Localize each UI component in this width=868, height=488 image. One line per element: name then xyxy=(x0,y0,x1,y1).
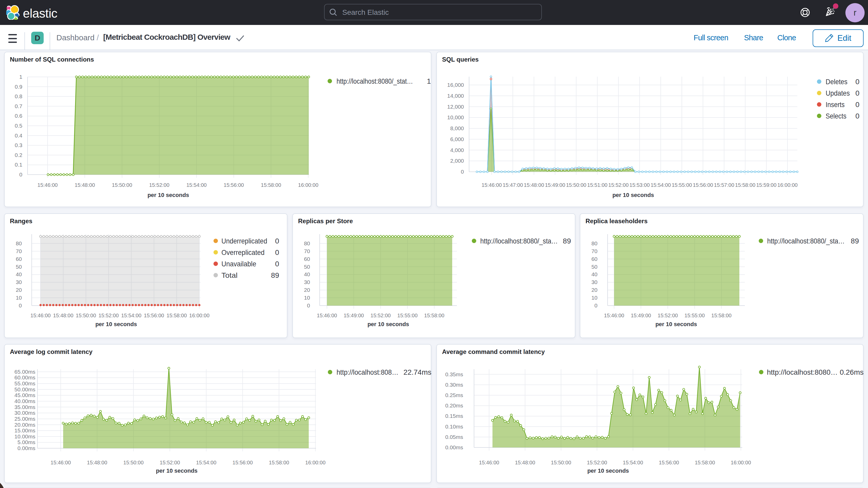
svg-text:15:52:00: 15:52:00 xyxy=(160,459,180,465)
svg-text:0.26ms: 0.26ms xyxy=(840,368,864,376)
svg-text:per 10 seconds: per 10 seconds xyxy=(147,192,189,198)
svg-text:8,000: 8,000 xyxy=(450,125,464,131)
svg-text:15:50:00: 15:50:00 xyxy=(112,182,132,188)
svg-text:60: 60 xyxy=(304,256,310,262)
svg-text:0.00ms: 0.00ms xyxy=(445,444,463,450)
svg-text:0.6: 0.6 xyxy=(15,113,22,119)
svg-text:0: 0 xyxy=(594,302,597,308)
svg-text:15:58:00: 15:58:00 xyxy=(695,459,715,465)
svg-text:15:52:00: 15:52:00 xyxy=(587,459,607,465)
svg-text:15:58:00: 15:58:00 xyxy=(261,182,281,188)
svg-text:0.4: 0.4 xyxy=(15,132,23,139)
svg-text:60.00ms: 60.00ms xyxy=(14,374,35,380)
svg-text:15:46:00: 15:46:00 xyxy=(51,459,71,465)
svg-text:0.05ms: 0.05ms xyxy=(445,434,463,440)
svg-text:15:52:00: 15:52:00 xyxy=(371,312,391,318)
svg-text:15.00ms: 15.00ms xyxy=(14,427,35,433)
svg-text:10,000: 10,000 xyxy=(447,114,464,120)
svg-text:10: 10 xyxy=(591,295,597,301)
svg-text:16:00:00: 16:00:00 xyxy=(777,182,798,188)
svg-text:15:53:00: 15:53:00 xyxy=(629,182,650,188)
svg-text:Inserts: Inserts xyxy=(826,100,845,109)
svg-text:SQL queries: SQL queries xyxy=(442,56,479,63)
svg-text:10: 10 xyxy=(304,295,310,301)
svg-text:Replica leaseholders: Replica leaseholders xyxy=(586,217,648,224)
svg-text:80: 80 xyxy=(304,240,310,246)
svg-text:0.25ms: 0.25ms xyxy=(445,392,463,398)
svg-text:0.3: 0.3 xyxy=(15,142,22,148)
svg-text:14,000: 14,000 xyxy=(447,93,464,99)
svg-text:16:00:00: 16:00:00 xyxy=(305,459,326,465)
svg-text:15:59:00: 15:59:00 xyxy=(756,182,777,188)
svg-text:15:58:00: 15:58:00 xyxy=(735,182,755,188)
svg-text:15:47:00: 15:47:00 xyxy=(503,182,523,188)
svg-text:50: 50 xyxy=(304,264,310,270)
svg-text:http://localhost:8080/_sta…: http://localhost:8080/_sta… xyxy=(480,237,558,245)
svg-text:http://localhost:8080/_sta…: http://localhost:8080/_sta… xyxy=(767,237,845,245)
svg-text:15:58:00: 15:58:00 xyxy=(166,312,187,318)
svg-text:30.00ms: 30.00ms xyxy=(14,410,35,416)
svg-text:15:57:00: 15:57:00 xyxy=(714,182,734,188)
svg-text:0: 0 xyxy=(307,302,310,308)
svg-text:http://localhost:808…: http://localhost:808… xyxy=(337,368,398,376)
svg-text:0.9: 0.9 xyxy=(15,84,22,90)
svg-text:0: 0 xyxy=(855,78,860,86)
svg-text:16,000: 16,000 xyxy=(447,82,464,88)
svg-text:15:52:00: 15:52:00 xyxy=(149,182,169,188)
svg-text:0.2: 0.2 xyxy=(15,152,22,158)
svg-text:1: 1 xyxy=(427,77,431,85)
svg-text:0.20ms: 0.20ms xyxy=(445,402,463,408)
svg-text:40.00ms: 40.00ms xyxy=(14,398,35,404)
svg-text:15:56:00: 15:56:00 xyxy=(144,312,164,318)
svg-text:5.00ms: 5.00ms xyxy=(18,439,35,445)
svg-text:50.00ms: 50.00ms xyxy=(14,387,35,392)
svg-text:15:52:00: 15:52:00 xyxy=(609,182,629,188)
svg-text:15:46:00: 15:46:00 xyxy=(604,312,624,318)
svg-text:15:48:00: 15:48:00 xyxy=(524,182,544,188)
svg-text:15:55:00: 15:55:00 xyxy=(684,312,705,318)
svg-text:Replicas per Store: Replicas per Store xyxy=(298,217,353,224)
svg-text:Number of SQL connections: Number of SQL connections xyxy=(10,56,94,63)
svg-text:30: 30 xyxy=(591,279,597,285)
svg-text:15:55:00: 15:55:00 xyxy=(397,312,417,318)
svg-text:15:46:00: 15:46:00 xyxy=(317,312,337,318)
svg-text:Average log commit latency: Average log commit latency xyxy=(10,348,93,355)
svg-text:55.00ms: 55.00ms xyxy=(14,380,35,387)
svg-text:15:54:00: 15:54:00 xyxy=(121,312,142,318)
svg-text:16:00:00: 16:00:00 xyxy=(189,312,210,318)
svg-text:Underreplicated: Underreplicated xyxy=(221,237,267,245)
svg-text:15:46:00: 15:46:00 xyxy=(37,182,58,188)
svg-text:60: 60 xyxy=(591,256,597,262)
svg-text:89: 89 xyxy=(271,271,279,279)
svg-text:15:48:00: 15:48:00 xyxy=(87,459,107,465)
svg-text:15:46:00: 15:46:00 xyxy=(479,459,499,465)
svg-text:0: 0 xyxy=(19,302,22,308)
svg-text:http://localhost:8080…: http://localhost:8080… xyxy=(767,368,838,376)
svg-text:Selects: Selects xyxy=(826,112,846,120)
svg-text:0.10ms: 0.10ms xyxy=(445,424,463,430)
svg-text:0.30ms: 0.30ms xyxy=(445,382,463,388)
svg-text:89: 89 xyxy=(563,237,571,245)
svg-text:per 10 seconds: per 10 seconds xyxy=(368,321,409,328)
svg-text:15:56:00: 15:56:00 xyxy=(659,459,679,465)
svg-text:Average command commit latency: Average command commit latency xyxy=(442,348,545,355)
svg-text:50: 50 xyxy=(591,264,597,270)
svg-text:0: 0 xyxy=(855,100,860,109)
svg-text:30: 30 xyxy=(304,279,310,285)
svg-text:16:00:00: 16:00:00 xyxy=(298,182,318,188)
svg-text:2,000: 2,000 xyxy=(450,158,464,164)
svg-text:0.7: 0.7 xyxy=(15,103,22,109)
svg-text:1: 1 xyxy=(19,74,22,80)
svg-text:20: 20 xyxy=(591,287,597,293)
svg-text:15:50:00: 15:50:00 xyxy=(76,312,96,318)
svg-text:0.15ms: 0.15ms xyxy=(445,413,463,419)
svg-text:15:50:00: 15:50:00 xyxy=(551,459,571,465)
svg-text:80: 80 xyxy=(16,240,22,246)
svg-text:0: 0 xyxy=(275,260,279,268)
svg-text:40: 40 xyxy=(591,271,597,277)
svg-text:15:56:00: 15:56:00 xyxy=(224,182,244,188)
svg-text:6,000: 6,000 xyxy=(450,136,464,142)
svg-text:Overreplicated: Overreplicated xyxy=(221,248,265,256)
svg-text:15:46:00: 15:46:00 xyxy=(482,182,502,188)
svg-text:0.8: 0.8 xyxy=(15,93,22,99)
